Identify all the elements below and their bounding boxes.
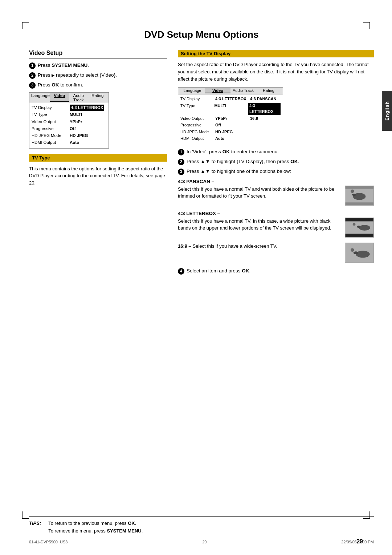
r-menu-label-tv-display: TV Display xyxy=(180,96,213,102)
tips-label: TIPS: xyxy=(29,520,41,535)
r-step-1: 1 In 'Video', press OK to enter the subm… xyxy=(178,149,374,155)
page-title: DVD Setup Menu Options xyxy=(29,29,374,43)
r-step-4-num: 4 xyxy=(178,268,184,275)
r-menu-row-tv-type: TV Type MULTI 4:3 LETTERBOX xyxy=(180,103,281,115)
r-step-2-text: Press ▲▼ to highlight {TV Display}, then… xyxy=(187,158,374,165)
step-2-num: 2 xyxy=(29,72,36,79)
r-menu-label-progressive: Progressive xyxy=(180,122,213,128)
tv-type-section: TV Type This menu contains the options f… xyxy=(29,154,167,187)
arrow-right-icon xyxy=(52,72,54,78)
r-menu-label-video-output: Video Output xyxy=(180,116,213,122)
step-2-text: Press repeatedly to select {Video}. xyxy=(38,72,167,79)
step-1: 1 Press SYSTEM MENU. xyxy=(29,62,167,69)
step-1-num: 1 xyxy=(29,62,36,69)
menu-table-left-body: TV Display 4:3 LETTERBOX TV Type MULTI V… xyxy=(29,103,109,148)
menu-label-tv-type: TV Type xyxy=(32,112,70,118)
menu-value-tv-display: 4:3 LETTERBOX xyxy=(70,105,104,111)
r-step-3-text: Press ▲▼ to highlight one of the options… xyxy=(187,168,374,175)
panscan-image xyxy=(345,186,374,206)
menu-label-hdmi-output: HDMI Output xyxy=(32,139,70,146)
svg-point-10 xyxy=(359,225,370,230)
r-menu-value1-tv-type: MULTI xyxy=(214,103,246,115)
svg-rect-3 xyxy=(345,186,373,189)
header-video: Video xyxy=(50,93,69,102)
menu-value-hdmi-output: Auto xyxy=(70,139,79,146)
menu-label-tv-display: TV Display xyxy=(32,105,70,111)
r-step-1-text: In 'Video', press OK to enter the submen… xyxy=(187,149,374,155)
r-step-2: 2 Press ▲▼ to highlight {TV Display}, th… xyxy=(178,158,374,165)
menu-label-video-output: Video Output xyxy=(32,119,70,125)
menu-label-progressive: Progressive xyxy=(32,126,70,132)
footer-right: 22/09/05, 2:09 PM xyxy=(341,540,374,544)
r-menu-row-video-output: Video Output YPbPr 16:9 xyxy=(180,116,281,122)
setting-tv-display-desc: Set the aspect ratio of the DVD Player a… xyxy=(178,61,374,83)
svg-rect-8 xyxy=(345,234,373,237)
menu-value-progressive: Off xyxy=(70,126,76,132)
menu-table-right: Language Video Audio Track Rating TV Dis… xyxy=(178,87,283,144)
svg-point-11 xyxy=(357,226,360,228)
r-header-audio-track: Audio Track xyxy=(230,88,256,93)
step-1-text: Press SYSTEM MENU. xyxy=(38,62,167,69)
option-letterbox-text: Select this if you have a normal TV. In … xyxy=(178,218,341,232)
corner-mark-tl xyxy=(22,22,29,29)
tips-section: TIPS: To return to the previous menu, pr… xyxy=(29,516,374,535)
main-content: DVD Setup Menu Options Video Setup 1 Pre… xyxy=(29,29,374,515)
r-menu-value2-tv-type: 4:3 LETTERBOX xyxy=(248,103,281,115)
r-step-3: 3 Press ▲▼ to highlight one of the optio… xyxy=(178,168,374,175)
menu-value-video-output: YPbPr xyxy=(70,119,82,125)
footer-center: 29 xyxy=(202,540,207,544)
step-3-num: 3 xyxy=(29,82,36,89)
option-letterbox-content: Select this if you have a normal TV. In … xyxy=(178,218,374,238)
corner-mark-tr xyxy=(363,22,370,29)
svg-rect-7 xyxy=(345,218,373,222)
r-step-4: 4 Select an item and press OK. xyxy=(178,268,374,275)
footer-left: 01-41-DVP5900_US3 xyxy=(29,540,68,544)
r-menu-label-hdmi-output: HDMI Output xyxy=(180,135,213,142)
r-menu-value1-video-output: YPbPr xyxy=(215,116,248,122)
r-menu-row-hdmi-output: HDMI Output Auto xyxy=(180,135,281,142)
corner-mark-bl xyxy=(22,511,29,519)
step-3-text: Press OK to confirm. xyxy=(38,82,167,89)
setting-tv-display-heading: Setting the TV Display xyxy=(178,50,374,57)
r-menu-row-progressive: Progressive Off xyxy=(180,122,281,128)
option-letterbox-title: 4:3 LETTERBOX – xyxy=(178,211,374,216)
r-step-2-num: 2 xyxy=(178,159,184,165)
tv-type-heading: TV Type xyxy=(29,154,167,162)
menu-row-hdmi-output: HDMI Output Auto xyxy=(32,139,106,146)
language-tab: English xyxy=(382,91,392,131)
menu-table-right-header: Language Video Audio Track Rating xyxy=(178,88,283,94)
two-column-layout: Video Setup 1 Press SYSTEM MENU. 2 Press… xyxy=(29,50,374,278)
r-menu-label-tv-type: TV Type xyxy=(180,103,212,115)
option-panscan-content: Select this if you have a normal TV and … xyxy=(178,186,374,206)
r-menu-value1-hdmi-output: Auto xyxy=(215,135,248,142)
r-menu-value2-tv-display: 4:3 PANSCAN xyxy=(250,96,277,102)
option-16-9-content: 16:9 – Select this if you have a wide-sc… xyxy=(178,243,374,263)
menu-row-hd-jpeg-mode: HD JPEG Mode HD JPEG xyxy=(32,133,106,139)
svg-point-2 xyxy=(352,194,356,196)
r-menu-value1-tv-display: 4:3 LETTERBOX xyxy=(215,96,248,102)
menu-row-tv-type: TV Type MULTI xyxy=(32,112,106,118)
footer-info: 01-41-DVP5900_US3 29 22/09/05, 2:09 PM xyxy=(29,540,374,544)
svg-point-5 xyxy=(351,190,354,193)
r-step-3-num: 3 xyxy=(178,169,184,175)
r-menu-row-tv-display: TV Display 4:3 LETTERBOX 4:3 PANSCAN xyxy=(180,96,281,102)
svg-point-16 xyxy=(351,248,354,252)
menu-label-hd-jpeg-mode: HD JPEG Mode xyxy=(32,133,70,139)
r-step-4-text: Select an item and press OK. xyxy=(187,268,374,275)
menu-value-tv-type: MULTI xyxy=(70,112,82,118)
svg-point-12 xyxy=(353,223,356,226)
r-step-1-num: 1 xyxy=(178,149,184,155)
option-panscan-text: Select this if you have a normal TV and … xyxy=(178,186,341,200)
menu-row-video-output: Video Output YPbPr xyxy=(32,119,106,125)
r-header-rating: Rating xyxy=(256,88,281,93)
left-column: Video Setup 1 Press SYSTEM MENU. 2 Press… xyxy=(29,50,167,278)
svg-point-15 xyxy=(354,251,358,254)
r-menu-value1-hd-jpeg-mode: HD JPEG xyxy=(215,129,248,135)
option-panscan: 4:3 PANSCAN – Select this if you have a … xyxy=(178,179,374,206)
r-menu-label-hd-jpeg-mode: HD JPEG Mode xyxy=(180,129,213,135)
header-language: Language xyxy=(31,93,50,102)
r-header-language: Language xyxy=(180,88,205,93)
option-16-9-text: 16:9 – Select this if you have a wide-sc… xyxy=(178,243,341,250)
svg-rect-4 xyxy=(345,202,373,205)
menu-row-tv-display: TV Display 4:3 LETTERBOX xyxy=(32,105,106,111)
